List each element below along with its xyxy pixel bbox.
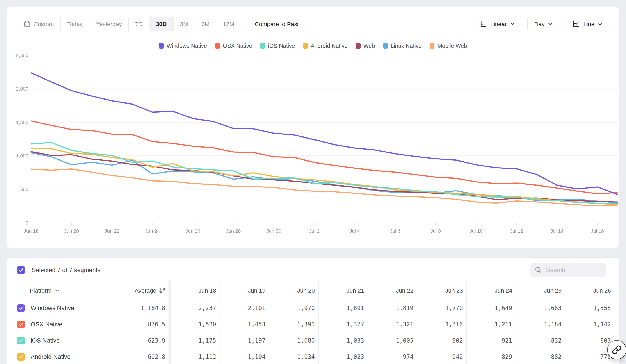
date-column-header-jun-19[interactable]: Jun 19 <box>220 281 269 300</box>
value-cell: 829 <box>467 349 516 364</box>
average-header-label: Average <box>135 287 156 294</box>
date-column-header-jun-21[interactable]: Jun 21 <box>319 281 368 300</box>
chevron-down-icon <box>510 23 514 26</box>
select-all-checkbox[interactable] <box>17 266 25 274</box>
compare-to-past-button[interactable]: Compare to Past <box>248 17 306 31</box>
legend-label: Android Native <box>311 42 348 49</box>
legend-label: iOS Native <box>268 42 295 49</box>
interval-dropdown[interactable]: Day <box>527 17 559 31</box>
chevron-down-icon <box>598 23 602 26</box>
platform-column-header[interactable]: Platform <box>7 281 121 300</box>
svg-text:1,000: 1,000 <box>16 153 28 159</box>
svg-text:Jul 12: Jul 12 <box>510 228 523 234</box>
svg-text:1,500: 1,500 <box>16 120 28 125</box>
compare-to-past-label: Compare to Past <box>255 21 299 28</box>
legend-swatch <box>356 43 360 49</box>
date-column-header-jun-22[interactable]: Jun 22 <box>368 281 417 300</box>
range-option-yesterday[interactable]: Yesterday <box>89 17 129 31</box>
average-value-cell: 876.5 <box>121 316 171 332</box>
range-option-30d[interactable]: 30D <box>149 17 173 31</box>
range-option-label: 12M <box>223 21 234 28</box>
range-option-label: Yesterday <box>96 21 122 28</box>
svg-text:Jun 22: Jun 22 <box>105 228 119 234</box>
row-checkbox[interactable] <box>17 353 25 361</box>
segments-table: Platform Average Jun 18Jun 19Jun 20Jun 2… <box>7 281 619 364</box>
scale-dropdown-label: Linear <box>490 21 507 28</box>
legend-item-windows-native[interactable]: Windows Native <box>159 42 207 49</box>
row-checkbox[interactable] <box>17 337 25 344</box>
chart-type-dropdown[interactable]: Line <box>565 17 609 31</box>
value-cell: 942 <box>417 349 467 364</box>
range-option-7d[interactable]: 7D <box>129 17 149 31</box>
svg-text:Jun 30: Jun 30 <box>266 228 281 234</box>
range-option-3m[interactable]: 3M <box>173 17 195 31</box>
date-column-header-jun-26[interactable]: Jun 26 <box>565 281 615 300</box>
platform-name: Android Native <box>31 353 71 360</box>
row-checkbox[interactable] <box>17 304 25 312</box>
range-option-custom[interactable]: Custom <box>17 17 61 31</box>
value-cell: 1,555 <box>565 300 615 316</box>
date-column-header-jun-18[interactable]: Jun 18 <box>171 281 220 300</box>
legend-swatch <box>430 43 434 49</box>
scale-dropdown[interactable]: Linear <box>472 17 521 31</box>
value-cell: 2,237 <box>171 300 220 316</box>
line-chart: 05001,0001,5002,0002,500Jun 18Jun 20Jun … <box>7 51 619 238</box>
range-option-6m[interactable]: 6M <box>195 17 216 31</box>
legend-item-osx-native[interactable]: OSX Native <box>215 42 252 49</box>
table-header-bar: Selected 7 of 7 segments <box>17 263 606 278</box>
calendar-icon <box>24 21 30 28</box>
value-cell: 1,316 <box>417 316 467 332</box>
svg-text:Jul 4: Jul 4 <box>350 228 360 234</box>
legend-item-android-native[interactable]: Android Native <box>303 42 348 49</box>
search-box <box>530 263 606 277</box>
interval-dropdown-label: Day <box>534 21 545 28</box>
value-cell: 1,005 <box>368 332 417 349</box>
value-cell: 1,175 <box>171 332 220 349</box>
date-column-header-jun-25[interactable]: Jun 25 <box>516 281 565 300</box>
platform-name: OSX Native <box>31 321 62 328</box>
date-column-header-jun-23[interactable]: Jun 23 <box>417 281 467 300</box>
selected-segments-label: Selected 7 of 7 segments <box>32 267 101 274</box>
date-column-header-jun-20[interactable]: Jun 20 <box>269 281 319 300</box>
legend-item-web[interactable]: Web <box>356 42 375 49</box>
range-option-label: 30D <box>156 21 167 28</box>
range-option-today[interactable]: Today <box>61 17 89 31</box>
value-cell: 1,891 <box>319 300 368 316</box>
table-row-osx-native[interactable]: OSX Native876.51,5201,4531,3911,3771,321… <box>7 316 619 332</box>
chevron-down-icon <box>548 23 552 26</box>
share-link-button[interactable] <box>607 340 626 360</box>
average-value-cell: 623.9 <box>121 332 171 349</box>
search-input[interactable] <box>546 267 596 274</box>
row-checkbox[interactable] <box>17 321 25 328</box>
value-cell: 1,112 <box>171 349 220 364</box>
value-cell: 1,520 <box>171 316 220 332</box>
value-cell: 1,142 <box>565 316 615 332</box>
table-row-windows-native[interactable]: Windows Native1,184.82,2372,1011,9701,89… <box>7 300 619 316</box>
link-icon <box>612 345 622 355</box>
table-row-ios-native[interactable]: iOS Native623.91,1751,1971,0801,0331,005… <box>7 332 619 349</box>
legend-label: Linux Native <box>391 42 422 49</box>
range-option-label: 3M <box>180 21 188 28</box>
value-cell: 1,211 <box>467 316 516 332</box>
svg-text:Jun 28: Jun 28 <box>226 228 241 234</box>
value-cell: 1,033 <box>319 332 368 349</box>
legend-item-linux-native[interactable]: Linux Native <box>383 42 422 49</box>
legend-label: OSX Native <box>223 42 252 49</box>
legend-item-ios-native[interactable]: iOS Native <box>260 42 295 49</box>
value-cell: 1,391 <box>269 316 319 332</box>
table-row-android-native[interactable]: Android Native602.81,1121,1041,0341,0239… <box>7 349 619 364</box>
range-option-12m[interactable]: 12M <box>216 17 241 31</box>
range-option-label: 6M <box>201 21 210 28</box>
series-line-web <box>31 152 618 202</box>
svg-text:2,500: 2,500 <box>16 52 28 58</box>
legend-item-mobile-web[interactable]: Mobile Web <box>430 42 467 49</box>
platform-name: iOS Native <box>31 337 60 344</box>
series-line-mobile-web <box>31 169 618 206</box>
value-cell: 1,197 <box>220 332 269 349</box>
series-line-linux-native <box>31 153 618 203</box>
date-column-header-jun-24[interactable]: Jun 24 <box>467 281 516 300</box>
average-column-header[interactable]: Average <box>121 281 171 300</box>
segments-table-card: Selected 7 of 7 segments Platform Averag… <box>7 257 619 364</box>
svg-text:500: 500 <box>20 186 28 192</box>
svg-text:Jun 24: Jun 24 <box>145 228 160 234</box>
